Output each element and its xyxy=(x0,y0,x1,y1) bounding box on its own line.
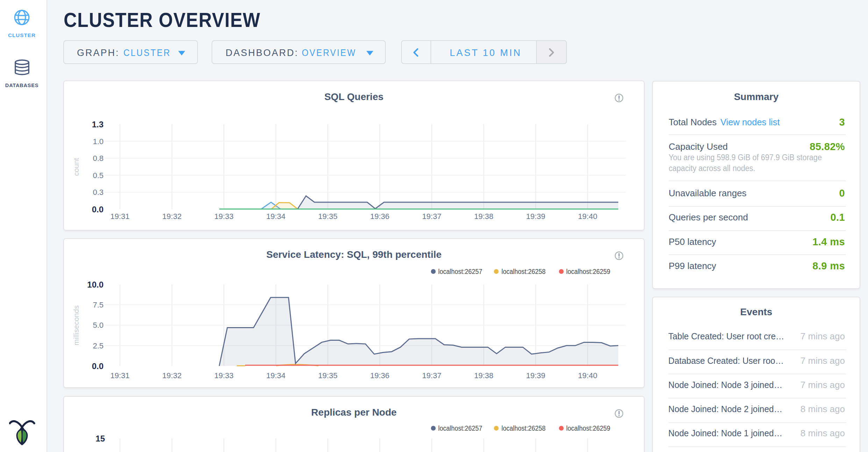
svg-text:19:37: 19:37 xyxy=(422,371,441,380)
svg-text:localhost:26259: localhost:26259 xyxy=(566,267,610,275)
svg-text:5.0: 5.0 xyxy=(93,321,104,330)
svg-text:count: count xyxy=(72,158,80,176)
svg-text:19:35: 19:35 xyxy=(318,212,337,221)
svg-text:localhost:26258: localhost:26258 xyxy=(501,424,546,432)
svg-text:19:38: 19:38 xyxy=(474,212,493,221)
svg-text:0.0: 0.0 xyxy=(92,205,104,214)
svg-text:19:33: 19:33 xyxy=(214,371,234,380)
svg-text:2.5: 2.5 xyxy=(93,341,104,350)
svg-text:7.5: 7.5 xyxy=(93,301,104,309)
svg-text:19:31: 19:31 xyxy=(110,371,129,380)
svg-text:19:36: 19:36 xyxy=(370,212,389,221)
svg-text:19:32: 19:32 xyxy=(162,371,182,380)
svg-text:19:35: 19:35 xyxy=(318,371,337,380)
svg-text:19:37: 19:37 xyxy=(422,212,441,221)
svg-text:19:39: 19:39 xyxy=(526,371,545,380)
svg-text:0.0: 0.0 xyxy=(92,361,104,371)
svg-text:0.5: 0.5 xyxy=(93,171,104,180)
svg-text:localhost:26259: localhost:26259 xyxy=(566,424,610,432)
svg-text:1.0: 1.0 xyxy=(93,137,104,146)
svg-text:localhost:26257: localhost:26257 xyxy=(438,424,482,432)
svg-text:19:38: 19:38 xyxy=(474,371,493,380)
svg-text:19:34: 19:34 xyxy=(266,371,285,380)
svg-text:milliseconds: milliseconds xyxy=(72,305,80,345)
svg-text:localhost:26258: localhost:26258 xyxy=(501,267,546,275)
svg-text:Replicas per Node: Replicas per Node xyxy=(311,407,397,418)
svg-text:19:34: 19:34 xyxy=(266,212,285,221)
svg-text:19:33: 19:33 xyxy=(214,212,234,221)
svg-text:19:40: 19:40 xyxy=(578,371,597,380)
svg-text:19:31: 19:31 xyxy=(110,212,129,221)
svg-text:1.3: 1.3 xyxy=(92,120,104,129)
svg-text:19:39: 19:39 xyxy=(526,212,545,221)
svg-text:0.8: 0.8 xyxy=(93,154,104,163)
svg-text:10.0: 10.0 xyxy=(87,280,104,289)
svg-text:localhost:26257: localhost:26257 xyxy=(438,267,482,275)
svg-text:19:40: 19:40 xyxy=(578,212,597,221)
svg-text:SQL Queries: SQL Queries xyxy=(324,91,383,102)
svg-text:19:36: 19:36 xyxy=(370,371,389,380)
svg-text:Service Latency: SQL, 99th per: Service Latency: SQL, 99th percentile xyxy=(266,249,441,260)
svg-text:0.3: 0.3 xyxy=(93,188,104,197)
svg-text:19:32: 19:32 xyxy=(162,212,182,221)
svg-text:15: 15 xyxy=(95,434,105,443)
